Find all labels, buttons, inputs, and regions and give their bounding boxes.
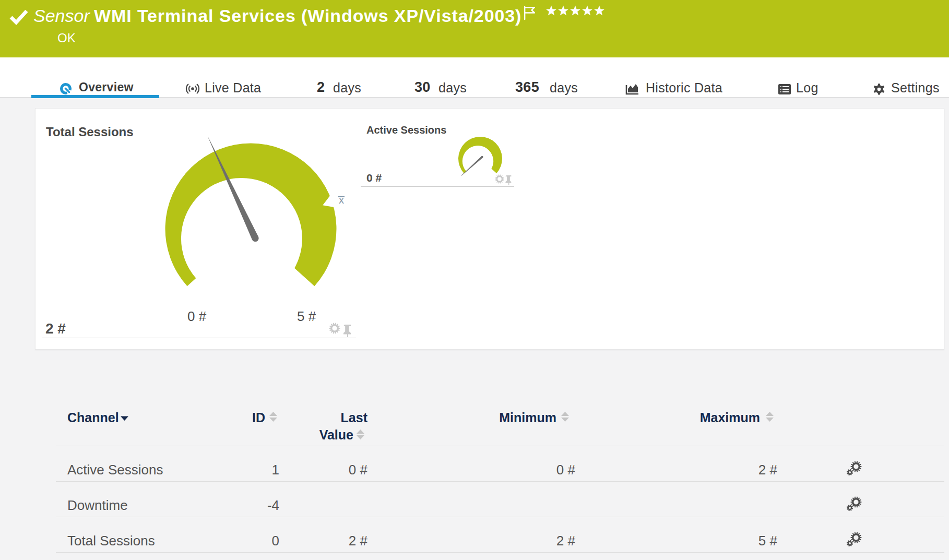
svg-text:x: x [339, 194, 344, 206]
